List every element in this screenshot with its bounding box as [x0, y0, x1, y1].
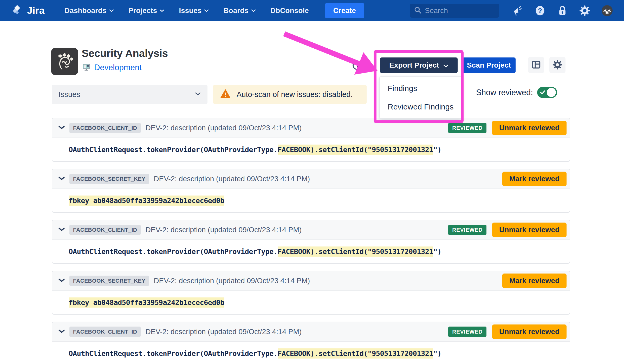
top-navbar: Jira Dashboards Projects Issues Boards D… [0, 0, 624, 21]
panel-layout-icon [531, 60, 541, 71]
show-reviewed-toggle[interactable] [537, 87, 557, 98]
finding-header[interactable]: FACEBOOK_CLIENT_ID DEV-2: description (u… [52, 322, 570, 342]
chevron-down-icon[interactable] [58, 278, 65, 283]
chevron-down-icon[interactable] [58, 176, 65, 181]
finding-type-badge: FACEBOOK_SECRET_KEY [69, 276, 149, 286]
finding-header[interactable]: FACEBOOK_SECRET_KEY DEV-2: description (… [52, 271, 570, 291]
finding-code: OAuthClientRequest.tokenProvider(OAuthPr… [69, 146, 441, 154]
chevron-down-icon [251, 9, 256, 12]
menu-issues[interactable]: Issues [179, 6, 209, 15]
menu-dbconsole[interactable]: DbConsole [270, 6, 309, 15]
user-avatar[interactable] [601, 5, 613, 17]
gear-icon[interactable] [579, 5, 591, 17]
toggle-reviewed-button[interactable]: Unmark reviewed [492, 324, 567, 339]
finding-header[interactable]: FACEBOOK_CLIENT_ID DEV-2: description (u… [52, 220, 570, 240]
create-button[interactable]: Create [325, 3, 364, 18]
finding-card: FACEBOOK_CLIENT_ID DEV-2: description (u… [52, 322, 570, 364]
autoscan-warning-banner: Auto-scan of new issues: disabled. [213, 85, 367, 104]
svg-text:?: ? [538, 7, 542, 14]
finding-code-row: OAuthClientRequest.tokenProvider(OAuthPr… [52, 138, 570, 161]
finding-title: DEV-2: description (updated 09/Oct/23 4:… [154, 277, 310, 285]
chevron-down-icon [195, 92, 201, 97]
finding-title: DEV-2: description (updated 09/Oct/23 4:… [145, 226, 302, 234]
secret-highlight: fbkey ab048ad50ffa33959a242b1ecec6ed0b [69, 196, 224, 206]
issues-filter-label: Issues [58, 90, 80, 99]
finding-type-badge: FACEBOOK_SECRET_KEY [69, 174, 149, 184]
divider [374, 57, 375, 73]
layout-panel-button[interactable] [528, 57, 544, 73]
show-reviewed-control: Show reviewed: [476, 87, 557, 98]
toggle-reviewed-button[interactable]: Mark reviewed [502, 172, 567, 186]
reviewed-badge: REVIEWED [448, 225, 486, 235]
jira-logo-icon [11, 4, 24, 18]
finding-card: FACEBOOK_CLIENT_ID DEV-2: description (u… [52, 220, 570, 264]
finding-code-row: fbkey ab048ad50ffa33959a242b1ecec6ed0b [52, 189, 570, 212]
chevron-down-icon[interactable] [58, 227, 65, 232]
issues-filter-select[interactable]: Issues [52, 85, 207, 104]
secret-highlight: FACEBOOK).setClientId("950513172001321 [278, 348, 433, 359]
finding-code-row: OAuthClientRequest.tokenProvider(OAuthPr… [52, 240, 570, 263]
finding-title: DEV-2: description (updated 09/Oct/23 4:… [145, 328, 302, 336]
finding-code: OAuthClientRequest.tokenProvider(OAuthPr… [69, 349, 441, 358]
project-settings-button[interactable] [549, 57, 566, 73]
reviewed-badge: REVIEWED [448, 123, 486, 133]
toggle-reviewed-button[interactable]: Unmark reviewed [492, 121, 567, 135]
chevron-down-icon [109, 9, 114, 12]
secret-highlight: fbkey ab048ad50ffa33959a242b1ecec6ed0b [69, 297, 224, 308]
navbar-icons: ? [512, 5, 613, 17]
menu-projects[interactable]: Projects [128, 6, 165, 15]
jira-logo[interactable]: Jira [11, 4, 45, 18]
export-project-button[interactable]: Export Project [380, 57, 458, 73]
navbar-search[interactable] [410, 4, 499, 18]
project-subtitle: Development [82, 62, 142, 73]
dropdown-item-reviewed-findings[interactable]: Reviewed Findings [380, 98, 462, 116]
toggle-knob [547, 88, 556, 97]
info-icon[interactable] [352, 60, 362, 70]
megaphone-icon[interactable] [512, 5, 524, 17]
finding-title: DEV-2: description (updated 09/Oct/23 4:… [145, 124, 302, 132]
menu-boards[interactable]: Boards [223, 6, 256, 15]
chevron-down-icon [160, 9, 164, 12]
finding-type-badge: FACEBOOK_CLIENT_ID [69, 123, 141, 133]
findings-list: FACEBOOK_CLIENT_ID DEV-2: description (u… [52, 118, 570, 364]
secret-highlight: FACEBOOK).setClientId("950513172001321 [278, 145, 433, 155]
finding-card: FACEBOOK_CLIENT_ID DEV-2: description (u… [52, 118, 570, 162]
page-title: Security Analysis [82, 48, 168, 59]
toggle-reviewed-button[interactable]: Mark reviewed [502, 274, 567, 288]
jira-logo-text: Jira [27, 5, 45, 16]
page: Jira Dashboards Projects Issues Boards D… [0, 0, 624, 364]
finding-card: FACEBOOK_SECRET_KEY DEV-2: description (… [52, 271, 570, 315]
menu-dashboards[interactable]: Dashboards [64, 6, 114, 15]
finding-header[interactable]: FACEBOOK_CLIENT_ID DEV-2: description (u… [52, 118, 570, 138]
search-input[interactable] [425, 6, 487, 15]
finding-code: fbkey ab048ad50ffa33959a242b1ecec6ed0b [69, 298, 224, 307]
divider [522, 58, 522, 73]
main-menu: Dashboards Projects Issues Boards DbCons… [64, 6, 309, 15]
finding-header[interactable]: FACEBOOK_SECRET_KEY DEV-2: description (… [52, 169, 570, 189]
finding-type-badge: FACEBOOK_CLIENT_ID [69, 327, 141, 337]
project-avatar [51, 48, 78, 75]
chevron-down-icon[interactable] [58, 329, 65, 334]
project-link[interactable]: Development [94, 63, 142, 72]
secret-highlight: FACEBOOK).setClientId("950513172001321 [278, 246, 433, 257]
finding-type-badge: FACEBOOK_CLIENT_ID [69, 225, 141, 235]
search-icon [414, 6, 422, 15]
reviewed-badge: REVIEWED [448, 327, 486, 337]
finding-code: fbkey ab048ad50ffa33959a242b1ecec6ed0b [69, 197, 224, 205]
help-icon[interactable]: ? [534, 5, 546, 17]
finding-code-row: fbkey ab048ad50ffa33959a242b1ecec6ed0b [52, 291, 570, 314]
chevron-down-icon [204, 9, 209, 12]
toggle-check-icon [540, 90, 545, 96]
chevron-down-icon[interactable] [58, 125, 65, 131]
warning-text: Auto-scan of new issues: disabled. [237, 90, 353, 99]
chevron-down-icon [443, 61, 448, 69]
gear-icon [552, 59, 563, 71]
toggle-reviewed-button[interactable]: Unmark reviewed [492, 223, 567, 237]
project-category-icon [82, 62, 91, 73]
lock-icon[interactable] [556, 5, 568, 17]
finding-card: FACEBOOK_SECRET_KEY DEV-2: description (… [52, 169, 570, 213]
scan-project-button[interactable]: Scan Project [462, 57, 516, 73]
finding-code: OAuthClientRequest.tokenProvider(OAuthPr… [69, 248, 441, 256]
dropdown-item-findings[interactable]: Findings [380, 79, 462, 98]
show-reviewed-label: Show reviewed: [476, 88, 533, 97]
